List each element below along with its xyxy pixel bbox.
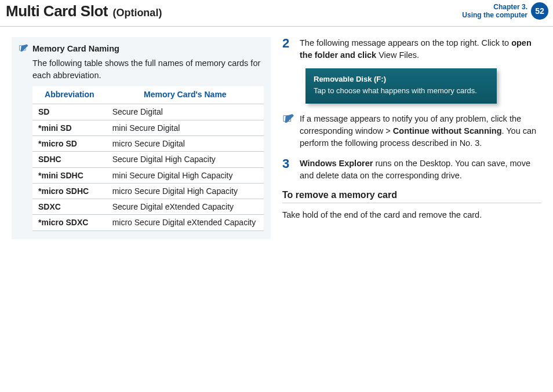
chapter-line2: Using the computer bbox=[462, 11, 527, 19]
table-row: *micro SDmicro Secure Digital bbox=[32, 135, 264, 151]
step-2-text-c: View Files. bbox=[376, 50, 419, 60]
note-body: The following table shows the full names… bbox=[32, 57, 264, 82]
right-column: 2 The following message appears on the t… bbox=[282, 37, 541, 239]
cell-abbrev: *micro SDXC bbox=[32, 215, 107, 230]
cell-abbrev: *micro SD bbox=[32, 135, 107, 151]
step-2: 2 The following message appears on the t… bbox=[282, 37, 541, 61]
step-3-text: Windows Explorer runs on the Desktop. Yo… bbox=[300, 157, 541, 182]
table-row: *micro SDHCmicro Secure Digital High Cap… bbox=[32, 183, 264, 199]
note-icon bbox=[282, 114, 295, 124]
step-2-text-a: The following message appears on the top… bbox=[300, 38, 511, 47]
remove-heading: To remove a memory card bbox=[282, 190, 541, 203]
cell-abbrev: SDHC bbox=[32, 152, 107, 167]
table-row: SDHCSecure Digital High Capacity bbox=[32, 152, 264, 167]
cell-abbrev: SDXC bbox=[32, 199, 107, 215]
naming-note: Memory Card Naming The following table s… bbox=[12, 37, 271, 239]
title-wrap: Multi Card Slot (Optional) bbox=[6, 2, 462, 20]
cell-name: Secure Digital eXtended Capacity bbox=[107, 199, 264, 215]
cell-name: micro Secure Digital eXtended Capacity bbox=[107, 215, 264, 230]
toast-body: Tap to choose what happens with memory c… bbox=[314, 86, 489, 96]
step-number: 3 bbox=[282, 157, 294, 182]
table-row: *mini SDmini Secure Digital bbox=[32, 120, 264, 135]
note-title: Memory Card Naming bbox=[32, 43, 119, 55]
cell-name: micro Secure Digital High Capacity bbox=[107, 183, 264, 199]
toast-title: Removable Disk (F:) bbox=[314, 74, 489, 85]
info-text: If a message appears to notify you of an… bbox=[300, 113, 541, 149]
cell-abbrev: *mini SD bbox=[32, 120, 107, 135]
cell-abbrev: SD bbox=[32, 104, 107, 120]
cell-abbrev: *mini SDHC bbox=[32, 167, 107, 183]
cell-name: Secure Digital High Capacity bbox=[107, 152, 264, 167]
table-row: SDXCSecure Digital eXtended Capacity bbox=[32, 199, 264, 215]
note-icon bbox=[19, 44, 29, 53]
cell-name: mini Secure Digital bbox=[107, 120, 264, 135]
cell-name: mini Secure Digital High Capacity bbox=[107, 167, 264, 183]
cell-name: Secure Digital bbox=[107, 104, 264, 120]
page-number-badge: 52 bbox=[531, 2, 548, 20]
card-table: Abbreviation Memory Card's Name SDSecure… bbox=[32, 86, 264, 231]
table-header-abbrev: Abbreviation bbox=[32, 86, 107, 104]
left-column: Memory Card Naming The following table s… bbox=[12, 37, 271, 239]
step-number: 2 bbox=[282, 37, 294, 61]
page-title: Multi Card Slot bbox=[6, 2, 108, 20]
table-row: *micro SDXCmicro Secure Digital eXtended… bbox=[32, 215, 264, 230]
header-right: Chapter 3. Using the computer 52 bbox=[462, 2, 548, 20]
table-row: *mini SDHCmini Secure Digital High Capac… bbox=[32, 167, 264, 183]
step-2-text: The following message appears on the top… bbox=[300, 37, 541, 61]
info-note: If a message appears to notify you of an… bbox=[282, 113, 541, 149]
table-row: SDSecure Digital bbox=[32, 104, 264, 120]
toast-notification: Removable Disk (F:) Tap to choose what h… bbox=[305, 68, 497, 104]
page-header: Multi Card Slot (Optional) Chapter 3. Us… bbox=[0, 0, 553, 27]
table-header-name: Memory Card's Name bbox=[107, 86, 264, 104]
cell-abbrev: *micro SDHC bbox=[32, 183, 107, 199]
step-3: 3 Windows Explorer runs on the Desktop. … bbox=[282, 157, 541, 182]
info-text-b: Continue without Scanning bbox=[393, 126, 502, 135]
cell-name: micro Secure Digital bbox=[107, 135, 264, 151]
remove-body: Take hold of the end of the card and rem… bbox=[282, 209, 541, 221]
step-3-text-a: Windows Explorer bbox=[300, 159, 373, 168]
page-subtitle: (Optional) bbox=[112, 7, 162, 19]
chapter-label: Chapter 3. Using the computer bbox=[462, 3, 527, 20]
chapter-line1: Chapter 3. bbox=[462, 3, 527, 11]
